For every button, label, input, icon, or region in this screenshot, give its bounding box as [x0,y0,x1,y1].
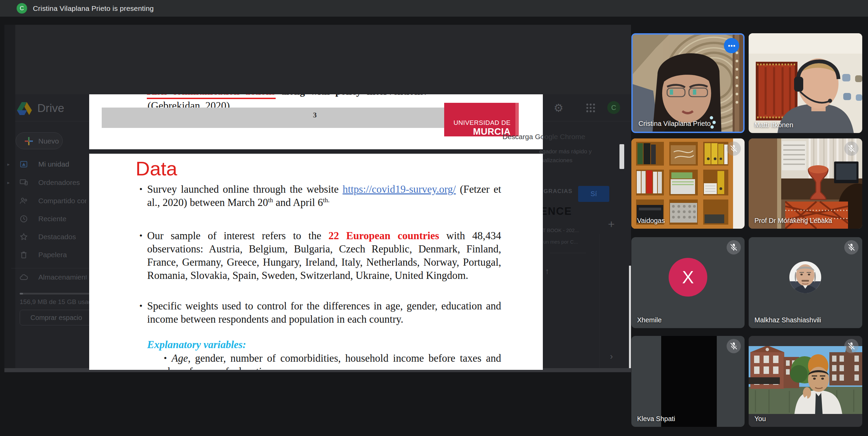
settings-gear-icon: ⚙ [554,101,564,114]
slide-page-4: Data Survey launched online through the … [89,154,543,370]
mic-muted-badge [727,240,741,254]
b4-italic: Age [172,352,188,364]
superscript-th: th [268,196,273,204]
browser-chrome-dimmed [4,25,631,94]
participant-name: Matti Itkonen [754,121,793,129]
participant-tile-lebaka[interactable]: Prof Dr Morakeng Lebaka [749,138,862,229]
mic-muted-badge [844,141,859,156]
more-options-icon [727,41,736,50]
sidebar-item-reciente: Reciente [4,213,66,225]
mic-off-icon [847,144,856,153]
sidebar-item-mi-unidad: ▸ Mi unidad [4,158,69,170]
sidebar-item-destacados: Destacados [4,231,76,243]
tile-options-button[interactable] [724,38,739,53]
participant-tile-kleva[interactable]: Kleva Shpati [631,336,745,427]
participant-name: Prof Dr Morakeng Lebaka [754,217,832,225]
participant-name: You [754,415,766,423]
logo-edge-accent [515,103,519,136]
mic-off-icon [729,144,738,153]
video-scene-man-headset [749,33,862,133]
participant-name: Cristina Vilaplana Prieto [638,120,711,128]
participant-name: Malkhaz Shashiashvili [754,316,821,324]
chrome-banner-line1: egador más rápido y [539,148,592,155]
drive-new-button: Nuevo [16,132,63,149]
participant-name: Kleva Shpati [637,415,675,423]
mic-muted-badge [844,339,859,353]
sidebar-item-almacenamiento: Almacenamiento [4,271,86,283]
presenting-banner: C Cristina Vilaplana Prieto is presentin… [0,0,868,17]
my-drive-icon [19,159,29,169]
presenting-text: Cristina Vilaplana Prieto is presenting [33,0,154,17]
shared-screen-video: Drive Nuevo ▸ Mi unidad ▸ Ordenadores [4,25,631,372]
starred-icon [19,232,29,242]
drive-app-name: Drive [37,101,64,115]
countries-highlight: 22 European countries [329,230,439,242]
sidebar-item-papelera: Papelera [4,249,67,261]
participant-name: Vaidogas [637,217,665,225]
b4-text: , gender, number of comorbidities, house… [149,352,501,370]
logo-line2: MURCIA [444,127,511,137]
mic-off-icon [729,342,738,350]
b1-text: Survey launched online through the websi… [147,183,342,195]
mic-muted-badge [727,141,741,156]
slide-page-3: Risk communication actions along with po… [89,94,543,149]
caret-icon: ▸ [4,180,13,185]
participant-tile-matti[interactable]: Matti Itkonen [749,33,862,133]
sidebar-item-compartido: Compartido con... [4,195,86,207]
right-panel-divider [550,253,586,253]
computers-icon [19,178,29,187]
logo-line1: UNIVERSIDAD DE [444,119,511,127]
recent-icon [19,214,29,224]
caret-icon: ▸ [4,162,13,167]
storage-cloud-icon [19,272,29,282]
drive-account-avatar: C [607,101,620,114]
heading-red-underlined: Risk communication actions [147,94,276,99]
universidad-murcia-logo: UNIVERSIDAD DE MURCIA [444,103,515,136]
page-number: 3 [313,111,317,119]
b1-text3: and April 6 [273,196,323,208]
portrait-video-black [661,336,717,427]
scrollbar-thumb [619,144,624,169]
storage-progress-bar [20,293,89,295]
explanatory-variables-label: Explanatory variables: [147,339,246,351]
bullet-survey: Survey launched online through the websi… [147,183,501,209]
meet-window: C Cristina Vilaplana Prieto is presentin… [0,0,868,436]
participant-tile-you[interactable]: You [749,336,862,427]
superscript-th: th. [323,196,330,204]
survey-link: https://covid19-survey.org/ [342,183,456,195]
slide3-heading: Risk communication actions along with po… [147,94,427,97]
heading-black: along with policy interventions. [276,94,427,97]
mic-muted-badge [844,240,859,254]
new-button-label: Nuevo [38,137,59,145]
b2-text: Our sample of interest refers to the [147,230,329,242]
plus-icon [24,136,34,146]
plus-icon: + [608,217,615,231]
presenter-avatar: C [17,3,27,14]
panel-edge-line [599,234,599,370]
shared-with-me-icon [19,196,29,206]
participant-tile-vaidogas[interactable]: Vaidogas [631,138,745,229]
bullet-sample: Our sample of interest refers to the 22 … [147,229,501,282]
background-doc-label: T BOOK - 202... [542,227,579,233]
page-scrollbar [629,266,631,371]
chrome-accept-button: Sí [578,186,609,202]
trash-icon [19,250,29,260]
background-doc-sub: un mes por C... [543,239,578,245]
mic-muted-badge [727,339,741,353]
drive-logo-icon [16,101,33,116]
slide-title: Data [136,157,177,180]
background-doc-text: ENCE [540,205,572,217]
participant-tile-cristina[interactable]: Cristina Vilaplana Prieto [631,33,745,133]
bullet-weights: Specific weights used to control for the… [147,299,501,326]
sidebar-item-ordenadores: ▸ Ordenadores [4,176,80,189]
participant-avatar-letter: X [669,258,707,297]
sidebar-divider [11,268,89,268]
participant-tile-xhemile[interactable]: X Xhemile [631,237,745,328]
up-arrow-icon: ↑ [545,266,549,276]
mic-off-icon [847,342,856,350]
participant-tile-malkhaz[interactable]: Malkhaz Shashiashvili [749,237,862,328]
buy-storage-button: Comprar espacio [20,310,93,325]
b3-text: Specific weights used to control for the… [147,300,501,325]
chrome-dismiss-button: GRACIAS [544,188,572,195]
chrome-banner-line2: tualizaciones [539,157,572,164]
